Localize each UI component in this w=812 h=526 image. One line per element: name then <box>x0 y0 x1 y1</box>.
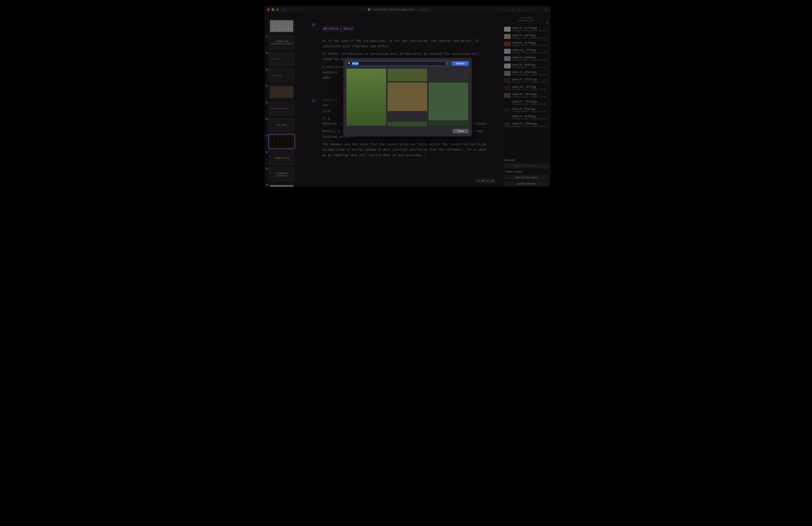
asset-row[interactable]: photo-14…ab195.jpgBundled, 6016px × 4016… <box>503 114 550 121</box>
app-window: Finishing Your Speech 2.iapresenter — Ed… <box>264 6 551 187</box>
slide-thumb-body: A test to know… <box>269 52 295 67</box>
slide-timer[interactable]: ⏱ 00:22:50 <box>475 178 497 184</box>
dropzone-line2: and Videos Here <box>518 19 534 22</box>
slide-thumbnail[interactable]: 16Intro | Outro <box>269 118 296 132</box>
unsplash-search-modal: 🔍 ✕ Search Close <box>343 58 472 137</box>
asset-row[interactable]: photo-14…e72767.jpgBundled, 3782px × 253… <box>503 77 550 84</box>
play-icon[interactable]: ▶ <box>545 8 548 11</box>
asset-filename: photo-14…7d117a.jpg <box>512 100 546 103</box>
slide-thumb-body: "Conciliate the audience in favor of the… <box>269 19 295 33</box>
asset-meta: Bundled, 5184px × 3456px, 2.3 MB <box>512 110 546 113</box>
slide-thumb-text: Intro | Outro <box>277 124 287 126</box>
slide-thumb-image <box>270 136 293 147</box>
asset-meta: Bundled, 3000px × 2000px, 850 KB <box>512 29 546 32</box>
asset-meta: Bundled, 2808px × 2776px, 607 KB <box>512 59 546 61</box>
result-tile[interactable] <box>429 122 468 126</box>
delete-unused-button[interactable]: Delete Unused Assets… <box>504 164 549 168</box>
asset-meta: Bundled, 3782px × 2532px, 1.1 MB <box>512 81 546 83</box>
plus-icon: ＋ <box>266 13 269 17</box>
slide-thumb-body <box>269 85 295 99</box>
asset-meta: Bundled, 8256px × 5504px, 9.4 MB <box>512 51 546 54</box>
asset-thumbnail <box>504 34 511 39</box>
minimize-window-button[interactable] <box>272 8 274 11</box>
asset-meta: Bundled, 6016px × 4016px, 779 KB <box>512 117 546 120</box>
slide-thumbnail[interactable]: 18A Balance to Find <box>269 151 296 166</box>
asset-row[interactable]: photo-14…9b3d2.jpgBundled, 5107px × 3404… <box>503 62 550 70</box>
slide-marker-16[interactable]: 16 <box>311 23 316 27</box>
media-dropzone[interactable]: Drop Images and Videos Here ⚙▾ <box>504 15 548 24</box>
asset-thumbnail <box>504 71 511 76</box>
asset-row[interactable]: photo-161…787f5.jpgBundled, 8256px × 550… <box>503 47 550 55</box>
asset-row[interactable]: photo-161…cf7e7.jpgBundled, 2872px × 383… <box>503 84 550 91</box>
paragraph: The speaker who had shown that the recen… <box>322 142 488 158</box>
slide-thumbnail[interactable]: 13… where to end. <box>269 68 296 83</box>
asset-row[interactable]: photo-15…ae7715.jpgBundled, 3000px × 200… <box>503 25 550 33</box>
search-results-grid <box>347 69 469 126</box>
new-slide-button[interactable]: ＋▾ <box>266 13 271 17</box>
slide-thumb-body: … where to end. <box>269 68 295 83</box>
clock-icon: ⏱ <box>477 180 480 183</box>
slide-thumbnail[interactable]: "Conciliate the audience in favor of the… <box>269 19 296 33</box>
slide-thumbnail[interactable]: 14 <box>269 85 296 99</box>
slide-thumb-image: a) The Retrospective Conclusion <box>270 185 293 187</box>
slide-thumbnail[interactable]: 193. Categories of Conclusions <box>269 167 296 182</box>
slide-thumb-image <box>270 86 293 98</box>
asset-row[interactable]: photo-14…c35e18.jpgBundled, 3905px × 292… <box>503 70 550 77</box>
slide-thumbnail[interactable]: 112. Relation of the Conclusion to the S… <box>269 35 296 50</box>
slide-thumb-body: 3. Categories of Conclusions <box>269 167 295 182</box>
asset-thumbnail <box>504 108 511 113</box>
close-button[interactable]: Close <box>453 129 469 133</box>
asset-row[interactable]: photo-14…1e8eb3.jpgBundled, 3103px × 206… <box>503 121 550 128</box>
add-youtube-button[interactable]: Add YouTube Video <box>504 175 549 180</box>
asset-thumbnail <box>504 122 511 127</box>
asset-row[interactable]: photo-16…3e749.jpgBundled, 2000px × 3000… <box>503 40 550 47</box>
share-icon[interactable]: ⇪ <box>533 8 536 11</box>
asset-row[interactable]: photo-15…47ac5.jpgBundled, 5184px × 3456… <box>503 106 550 114</box>
asset-row[interactable]: photo-14…6e544.jpgBundled, 2808px × 2776… <box>503 55 550 62</box>
zoom-window-button[interactable] <box>276 8 279 11</box>
asset-filename: photo-14…1e8eb3.jpg <box>512 122 546 125</box>
search-unsplash-button[interactable]: Search Unsplash <box>504 181 549 186</box>
slide-thumbnail[interactable]: 12A test to know… <box>269 52 296 67</box>
traffic-lights <box>267 8 279 11</box>
asset-filename: photo-161…cf7e7.jpg <box>512 85 546 88</box>
asset-filename: photo-16…3e749.jpg <box>512 41 546 44</box>
timer-value: 00:22:50 <box>481 180 494 183</box>
font-icon[interactable]: Aa <box>510 8 513 11</box>
result-tile[interactable] <box>388 122 427 126</box>
close-window-button[interactable] <box>267 8 270 11</box>
slide-thumb-text: Length of the Conclusion <box>270 108 289 110</box>
result-tile[interactable] <box>347 69 386 126</box>
slide-number: 14 <box>265 85 268 87</box>
slide-number: 15 <box>265 101 268 104</box>
divider: --- <box>322 13 488 18</box>
slide-thumb-body: Intro | Outro <box>269 118 295 132</box>
dropzone-line1: Drop Images <box>518 16 534 19</box>
toggle-sidebar-icon[interactable] <box>282 8 286 11</box>
slide-thumbnail[interactable]: 20a) The Retrospective Conclusion <box>269 184 296 187</box>
result-tile[interactable] <box>388 69 427 81</box>
result-tile[interactable] <box>388 83 427 111</box>
asset-thumbnail <box>504 27 511 32</box>
asset-filename: photo-14…c35e18.jpg <box>512 71 546 73</box>
slide-thumbnail[interactable]: 17 <box>269 134 296 149</box>
asset-row[interactable]: photo-15…70c72e.jpgBundled, 5704px × 400… <box>503 91 550 99</box>
gear-icon[interactable]: ⚙▾ <box>546 21 549 24</box>
slide-marker-17[interactable]: 17 <box>311 99 316 102</box>
online-content-header[interactable]: Online Content <box>502 169 551 174</box>
slide-number: 12 <box>265 52 268 54</box>
slide-thumb-text: … where to end. <box>270 74 282 76</box>
chart-icon[interactable]: ◫ <box>525 8 529 11</box>
slide-thumbnail[interactable]: 15Length of the Conclusion <box>269 101 296 116</box>
asset-meta: Bundled, 5704px × 4000px, 7.6 MB <box>512 95 546 98</box>
image-icon[interactable]: ▦ <box>518 8 521 11</box>
clear-search-icon[interactable]: ✕ <box>446 62 449 65</box>
search-button[interactable]: Search <box>452 61 469 66</box>
asset-meta: Bundled, 2872px × 3830px, 2.3 MB <box>512 88 546 90</box>
search-input[interactable] <box>347 61 450 66</box>
asset-row[interactable]: photo-14…68e7d.jpgBundled, 5472px × 3648… <box>503 33 550 40</box>
result-tile[interactable] <box>429 83 468 120</box>
asset-thumbnail <box>504 86 511 90</box>
result-tile[interactable] <box>429 69 468 81</box>
asset-row[interactable]: photo-14…7d117a.jpgBundled, 5184px × 345… <box>503 99 550 106</box>
